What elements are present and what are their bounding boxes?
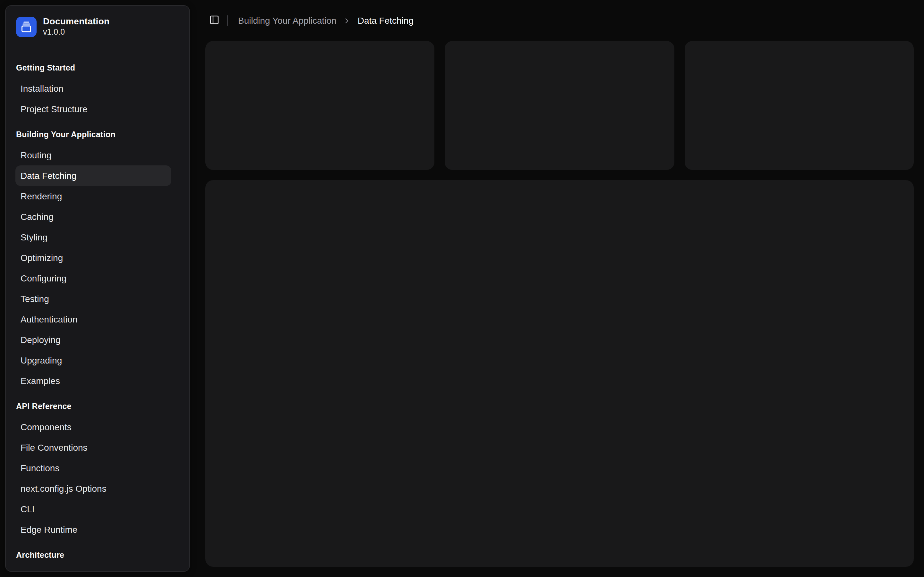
sidebar-item-data-fetching[interactable]: Data Fetching <box>15 165 171 186</box>
sidebar: Documentation v1.0.0 Getting StartedInst… <box>5 5 190 572</box>
sidebar-item-deploying[interactable]: Deploying <box>15 330 171 350</box>
topbar-separator <box>227 15 228 26</box>
placeholder-card <box>684 41 914 170</box>
sidebar-item-rendering[interactable]: Rendering <box>15 186 171 206</box>
sidebar-group-label: Building Your Application <box>11 124 184 145</box>
sidebar-item-routing[interactable]: Routing <box>15 145 171 165</box>
sidebar-group-label: Architecture <box>11 545 184 566</box>
sidebar-item-file-conventions[interactable]: File Conventions <box>15 437 171 458</box>
gallery-vertical-end-icon <box>16 16 37 37</box>
sidebar-group-label: Getting Started <box>11 58 184 78</box>
sidebar-region: Documentation v1.0.0 Getting StartedInst… <box>0 0 195 577</box>
sidebar-item-styling[interactable]: Styling <box>15 227 171 247</box>
sidebar-item-installation[interactable]: Installation <box>15 78 171 99</box>
sidebar-nav: Getting StartedInstallationProject Struc… <box>6 58 189 571</box>
app-window: Documentation v1.0.0 Getting StartedInst… <box>0 0 924 577</box>
sidebar-group-label: API Reference <box>11 396 184 417</box>
panel-left-icon <box>209 15 220 27</box>
sidebar-group: Building Your ApplicationRoutingData Fet… <box>11 124 184 391</box>
sidebar-item-authentication[interactable]: Authentication <box>15 309 171 330</box>
sidebar-item-accessibility[interactable]: Accessibility <box>15 566 171 571</box>
sidebar-item-caching[interactable]: Caching <box>15 206 171 227</box>
breadcrumb: Building Your Application Data Fetching <box>238 15 414 26</box>
sidebar-item-optimizing[interactable]: Optimizing <box>15 247 171 268</box>
sidebar-group: ArchitectureAccessibility <box>11 545 184 571</box>
sidebar-item-next-config-js-options[interactable]: next.config.js Options <box>15 478 171 499</box>
sidebar-item-examples[interactable]: Examples <box>15 371 171 391</box>
placeholder-cards-row <box>205 41 914 170</box>
sidebar-title-block: Documentation v1.0.0 <box>43 16 110 37</box>
sidebar-item-project-structure[interactable]: Project Structure <box>15 99 171 119</box>
sidebar-item-components[interactable]: Components <box>15 417 171 437</box>
chevron-right-icon <box>343 16 351 25</box>
sidebar-toggle-button[interactable] <box>205 11 223 29</box>
main-area: Building Your Application Data Fetching <box>195 0 924 577</box>
sidebar-item-upgrading[interactable]: Upgrading <box>15 350 171 371</box>
sidebar-item-functions[interactable]: Functions <box>15 458 171 478</box>
placeholder-card <box>445 41 674 170</box>
sidebar-group: Getting StartedInstallationProject Struc… <box>11 58 184 119</box>
sidebar-item-cli[interactable]: CLI <box>15 499 171 519</box>
app-title: Documentation <box>43 16 110 27</box>
sidebar-item-configuring[interactable]: Configuring <box>15 268 171 288</box>
breadcrumb-section-link[interactable]: Building Your Application <box>238 15 336 26</box>
breadcrumb-current-page: Data Fetching <box>358 15 414 26</box>
sidebar-group: API ReferenceComponentsFile ConventionsF… <box>11 396 184 540</box>
placeholder-panel <box>205 180 914 567</box>
topbar: Building Your Application Data Fetching <box>195 0 924 41</box>
page-content <box>195 41 924 577</box>
placeholder-card <box>205 41 435 170</box>
sidebar-item-edge-runtime[interactable]: Edge Runtime <box>15 519 171 540</box>
sidebar-header-button[interactable]: Documentation v1.0.0 <box>11 11 184 42</box>
sidebar-item-testing[interactable]: Testing <box>15 288 171 309</box>
app-version: v1.0.0 <box>43 27 110 37</box>
